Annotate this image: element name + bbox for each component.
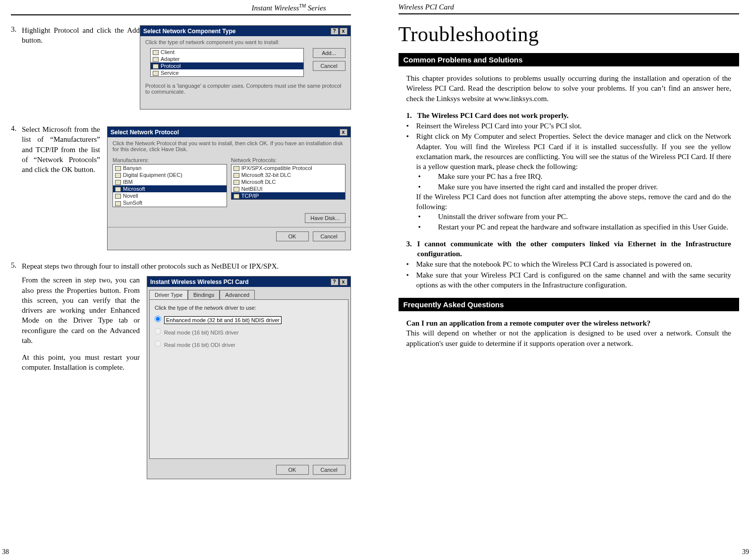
dlg2-title: Select Network Protocol (111, 129, 179, 136)
page-number-right: 39 (742, 548, 749, 556)
sub-bullet: •Restart your PC and repeat the hardware… (418, 222, 732, 232)
right-content: This chapter provides solutions to probl… (399, 73, 740, 290)
dlg3-title: Instant Wireless Wireless PCI Card (150, 279, 249, 285)
list-item: IPX/SPX-compatible Protocol (231, 165, 345, 171)
bullet: •Make sure that the notebook PC to which… (406, 259, 732, 269)
dlg1-window-icons: ?x (330, 27, 347, 35)
dlg1-title: Select Network Component Type (143, 28, 235, 35)
list-item: Digital Equipment (DEC) (113, 171, 227, 178)
close-icon[interactable]: x (340, 129, 347, 136)
right-page: Wireless PCI Card Troubleshooting Common… (376, 0, 751, 560)
dlg3-window-icons: ?x (330, 278, 347, 285)
step3-num: 3. (11, 25, 22, 34)
step5-p1: From the screen in step two, you can als… (22, 275, 140, 345)
header-prefix: Instant Wireless (251, 4, 299, 12)
tab-advanced[interactable]: Advanced (220, 290, 255, 299)
adapter-icon (153, 57, 159, 62)
step3-row: 3. Highlight Protocol and click the Add … (11, 25, 351, 110)
protocol-icon (153, 64, 159, 69)
list-item-selected: TCP/IP (231, 192, 345, 199)
radio-real16-ndis[interactable]: Real mode (16 bit) NDIS driver (155, 328, 343, 336)
add-button[interactable]: Add... (313, 48, 346, 58)
list-item: NetBEUI (231, 185, 345, 192)
dlg1-list[interactable]: Client Adapter Protocol Service (150, 48, 304, 77)
sub-bullet: •Uninstall the driver software from your… (418, 212, 732, 222)
header-suffix: Series (306, 4, 326, 12)
step5-p2: At this point, you must restart your com… (22, 352, 140, 373)
step3-text: Highlight Protocol and click the Add but… (22, 25, 140, 46)
bullet: •Make sure that your Wireless PCI Card i… (406, 270, 732, 290)
fig-driver-type: Instant Wireless Wireless PCI Card ?x Dr… (147, 276, 351, 479)
list-item-selected: Protocol (151, 62, 303, 69)
dlg2-titlebar: Select Network Protocol x (108, 127, 350, 137)
faq-answer: This will depend on whether or not the a… (406, 328, 732, 348)
problem-1-heading: 1. The Wireless PCI Card does not work p… (406, 111, 732, 120)
dlg1-desc: Protocol is a 'language' a computer uses… (140, 80, 350, 98)
cancel-button[interactable]: Cancel (313, 61, 346, 71)
dlg3-instr: Click the type of the network driver to … (155, 305, 343, 311)
fig-select-protocol: Select Network Protocol x Click the Netw… (107, 126, 351, 250)
dlg1-titlebar: Select Network Component Type ?x (140, 26, 350, 36)
service-icon (153, 71, 159, 76)
list-item: Microsoft 32-bit DLC (231, 171, 345, 178)
dlg3-tabs: Driver Type Bindings Advanced (149, 290, 348, 299)
ok-button[interactable]: OK (276, 465, 309, 475)
list-item: Novell (113, 192, 227, 199)
bullet: •Reinsert the Wireless PCI Card into you… (406, 121, 732, 131)
right-header: Wireless PCI Card (399, 0, 740, 14)
dlg2-window-icons: x (339, 128, 347, 136)
step3: 3. Highlight Protocol and click the Add … (11, 25, 140, 106)
step5-column: From the screen in step two, you can als… (11, 275, 140, 479)
list-item: Banyan (113, 165, 227, 171)
dlg3-titlebar: Instant Wireless Wireless PCI Card ?x (147, 277, 350, 287)
have-disk-button[interactable]: Have Disk... (305, 213, 345, 223)
list-item: Service (151, 69, 303, 76)
help-icon[interactable]: ? (331, 279, 339, 285)
tab-driver-type[interactable]: Driver Type (149, 290, 188, 299)
cancel-button[interactable]: Cancel (313, 231, 346, 241)
troubleshooting-title: Troubleshooting (399, 22, 740, 46)
sub-bullet: •Make sure you have inserted the right c… (418, 182, 732, 192)
list-item: Adapter (151, 56, 303, 62)
radio-input[interactable] (155, 316, 161, 322)
list-item: SunSoft (113, 199, 227, 206)
tm-mark: TM (299, 3, 306, 8)
step5-block: 5. Repeat steps two through four to inst… (11, 261, 351, 479)
close-icon[interactable]: x (340, 28, 347, 35)
step4-num: 4. (11, 124, 22, 133)
radio-enhanced[interactable]: Enhanced mode (32 bit and 16 bit) NDIS d… (155, 316, 343, 323)
cancel-button[interactable]: Cancel (313, 465, 346, 475)
step5-text: Repeat steps two through four to install… (22, 261, 351, 271)
mid-text: If the Wireless PCI Card does not functi… (416, 192, 732, 212)
step5: 5. Repeat steps two through four to inst… (11, 261, 351, 271)
dlg3-body: Click the type of the network driver to … (149, 299, 348, 459)
step4: 4. Select Microsoft from the list of “Ma… (11, 124, 100, 246)
list-item-selected: Microsoft (113, 185, 227, 192)
close-icon[interactable]: x (340, 279, 347, 285)
step5-num: 5. (11, 261, 22, 270)
step4-text: Select Microsoft from the list of “Manuf… (22, 124, 100, 174)
problem-3-heading: 3. I cannot communicate with the other c… (406, 239, 732, 259)
ok-button[interactable]: OK (276, 231, 309, 241)
manufacturers-label: Manufacturers: (113, 157, 227, 163)
radio-input[interactable] (155, 328, 161, 335)
section-common-problems: Common Problems and Solutions (399, 53, 740, 66)
left-page: Instant WirelessTM Series 3. Highlight P… (0, 0, 376, 560)
protocols-list[interactable]: IPX/SPX-compatible Protocol Microsoft 32… (231, 164, 346, 200)
bullet: •Right click on My Computer and select P… (406, 131, 732, 171)
dlg2-instr: Click the Network Protocol that you want… (108, 137, 350, 155)
manufacturers-list[interactable]: Banyan Digital Equipment (DEC) IBM Micro… (113, 164, 227, 207)
list-item: Microsoft DLC (231, 178, 345, 185)
page-number-left: 38 (2, 548, 9, 556)
sub-bullet: •Make sure your PC has a free IRQ. (418, 171, 732, 181)
radio-real16-odi[interactable]: Real mode (16 bit) ODI driver (155, 340, 343, 348)
intro-text: This chapter provides solutions to probl… (406, 73, 732, 104)
tab-bindings[interactable]: Bindings (188, 290, 220, 299)
list-item: IBM (113, 178, 227, 185)
faq-content: Can I run an application from a remote c… (399, 318, 740, 348)
help-icon[interactable]: ? (331, 28, 339, 35)
protocols-label: Network Protocols: (231, 157, 346, 163)
fig-select-component: Select Network Component Type ?x Click t… (140, 25, 351, 110)
dlg1-instr: Click the type of network component you … (140, 36, 350, 48)
radio-input[interactable] (155, 340, 161, 347)
